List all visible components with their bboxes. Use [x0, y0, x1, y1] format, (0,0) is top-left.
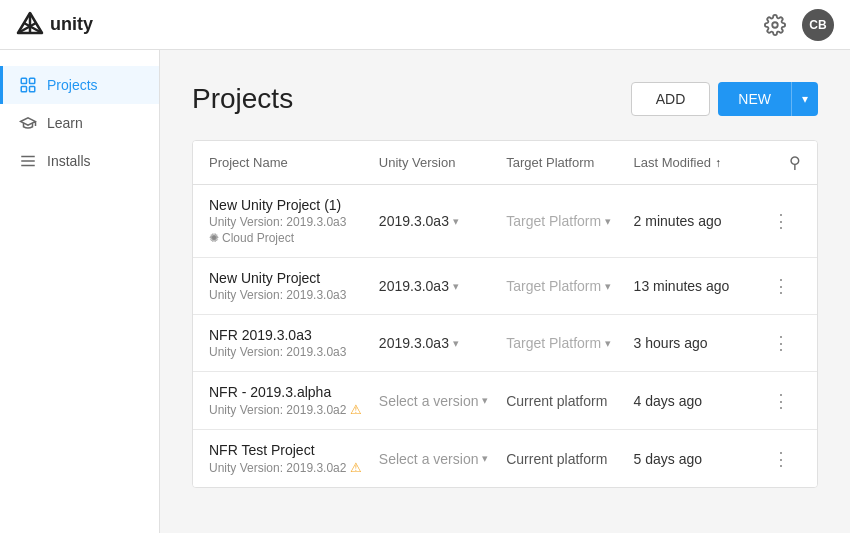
search-icon[interactable]: ⚲ — [789, 153, 801, 172]
header-actions: ADD NEW ▾ — [631, 82, 818, 116]
table-row: New Unity Project Unity Version: 2019.3.… — [193, 258, 817, 315]
unity-version-select[interactable]: 2019.3.0a3 ▾ — [379, 335, 506, 351]
svg-rect-5 — [21, 78, 26, 83]
project-name: New Unity Project (1) — [209, 197, 379, 213]
platform-cell[interactable]: Target Platform ▾ — [506, 335, 633, 351]
unity-logo-icon — [16, 11, 44, 39]
platform-chevron-icon: ▾ — [605, 280, 611, 293]
cloud-badge: ✺ Cloud Project — [209, 231, 379, 245]
version-chevron-icon: ▾ — [482, 452, 488, 465]
sub-version-text: Unity Version: 2019.3.0a2 — [209, 461, 346, 475]
unity-logo[interactable]: unity — [16, 11, 93, 39]
new-button-wrap: NEW ▾ — [718, 82, 818, 116]
add-button[interactable]: ADD — [631, 82, 711, 116]
warning-icon: ⚠ — [350, 460, 362, 475]
unity-version-select[interactable]: Select a version ▾ — [379, 451, 506, 467]
projects-table: Project Name Unity Version Target Platfo… — [192, 140, 818, 488]
platform-value: Target Platform — [506, 278, 601, 294]
last-modified-value: 2 minutes ago — [634, 213, 761, 229]
col-last-modified[interactable]: Last Modified ↑ — [634, 155, 761, 170]
unity-title: unity — [50, 14, 93, 35]
avatar[interactable]: CB — [802, 9, 834, 41]
project-name: New Unity Project — [209, 270, 379, 286]
table-row: NFR 2019.3.0a3 Unity Version: 2019.3.0a3… — [193, 315, 817, 372]
sidebar: Projects Learn Installs — [0, 50, 160, 533]
col-search[interactable]: ⚲ — [761, 153, 801, 172]
project-sub-version: Unity Version: 2019.3.0a2 ⚠ — [209, 460, 379, 475]
sidebar-label-projects: Projects — [47, 77, 98, 93]
project-name: NFR - 2019.3.alpha — [209, 384, 379, 400]
platform-solid-value: Current platform — [506, 393, 607, 409]
main-content: Projects ADD NEW ▾ Project Name Unity Ve… — [160, 50, 850, 533]
platform-solid-value: Current platform — [506, 451, 607, 467]
project-name-cell: NFR - 2019.3.alpha Unity Version: 2019.3… — [209, 384, 379, 417]
new-button-dropdown[interactable]: ▾ — [791, 82, 818, 116]
installs-icon — [19, 152, 37, 170]
warning-icon: ⚠ — [350, 402, 362, 417]
sidebar-label-installs: Installs — [47, 153, 91, 169]
version-chevron-icon: ▾ — [453, 215, 459, 228]
table-row: NFR - 2019.3.alpha Unity Version: 2019.3… — [193, 372, 817, 430]
sidebar-item-learn[interactable]: Learn — [0, 104, 159, 142]
topbar-left: unity — [16, 11, 93, 39]
version-value: 2019.3.0a3 — [379, 335, 449, 351]
row-menu-button[interactable]: ⋮ — [761, 275, 801, 297]
unity-version-select[interactable]: Select a version ▾ — [379, 393, 506, 409]
project-sub-version: Unity Version: 2019.3.0a3 — [209, 345, 379, 359]
cloud-icon: ✺ — [209, 231, 219, 245]
platform-cell[interactable]: Target Platform ▾ — [506, 213, 633, 229]
sort-arrow-icon: ↑ — [715, 156, 721, 170]
version-placeholder: Select a version — [379, 393, 479, 409]
row-menu-button[interactable]: ⋮ — [761, 210, 801, 232]
project-sub-version: Unity Version: 2019.3.0a3 — [209, 288, 379, 302]
svg-rect-6 — [30, 78, 35, 83]
platform-value: Target Platform — [506, 335, 601, 351]
col-last-modified-label: Last Modified — [634, 155, 711, 170]
last-modified-value: 5 days ago — [634, 451, 761, 467]
unity-version-select[interactable]: 2019.3.0a3 ▾ — [379, 278, 506, 294]
project-name: NFR Test Project — [209, 442, 379, 458]
col-project-name: Project Name — [209, 155, 379, 170]
platform-value: Target Platform — [506, 213, 601, 229]
last-modified-value: 13 minutes ago — [634, 278, 761, 294]
project-sub-version: Unity Version: 2019.3.0a2 ⚠ — [209, 402, 379, 417]
topbar-right: CB — [764, 9, 834, 41]
project-name: NFR 2019.3.0a3 — [209, 327, 379, 343]
svg-rect-8 — [30, 87, 35, 92]
layout: Projects Learn Installs Projects ADD — [0, 50, 850, 533]
topbar: unity CB — [0, 0, 850, 50]
version-chevron-icon: ▾ — [482, 394, 488, 407]
platform-cell: Current platform — [506, 451, 633, 467]
project-name-cell: NFR 2019.3.0a3 Unity Version: 2019.3.0a3 — [209, 327, 379, 359]
svg-point-4 — [772, 22, 778, 28]
page-title: Projects — [192, 83, 293, 115]
sidebar-item-installs[interactable]: Installs — [0, 142, 159, 180]
platform-cell[interactable]: Target Platform ▾ — [506, 278, 633, 294]
platform-chevron-icon: ▾ — [605, 337, 611, 350]
col-unity-version: Unity Version — [379, 155, 506, 170]
version-placeholder: Select a version — [379, 451, 479, 467]
platform-cell: Current platform — [506, 393, 633, 409]
gear-icon[interactable] — [764, 14, 786, 36]
last-modified-value: 4 days ago — [634, 393, 761, 409]
project-name-cell: New Unity Project (1) Unity Version: 201… — [209, 197, 379, 245]
version-value: 2019.3.0a3 — [379, 213, 449, 229]
project-name-cell: New Unity Project Unity Version: 2019.3.… — [209, 270, 379, 302]
unity-version-select[interactable]: 2019.3.0a3 ▾ — [379, 213, 506, 229]
projects-icon — [19, 76, 37, 94]
project-name-cell: NFR Test Project Unity Version: 2019.3.0… — [209, 442, 379, 475]
version-chevron-icon: ▾ — [453, 280, 459, 293]
version-chevron-icon: ▾ — [453, 337, 459, 350]
platform-chevron-icon: ▾ — [605, 215, 611, 228]
version-value: 2019.3.0a3 — [379, 278, 449, 294]
row-menu-button[interactable]: ⋮ — [761, 390, 801, 412]
row-menu-button[interactable]: ⋮ — [761, 332, 801, 354]
row-menu-button[interactable]: ⋮ — [761, 448, 801, 470]
learn-icon — [19, 114, 37, 132]
col-target-platform: Target Platform — [506, 155, 633, 170]
new-button[interactable]: NEW — [718, 82, 791, 116]
sidebar-item-projects[interactable]: Projects — [0, 66, 159, 104]
sub-version-text: Unity Version: 2019.3.0a2 — [209, 403, 346, 417]
cloud-label: Cloud Project — [222, 231, 294, 245]
table-row: NFR Test Project Unity Version: 2019.3.0… — [193, 430, 817, 487]
